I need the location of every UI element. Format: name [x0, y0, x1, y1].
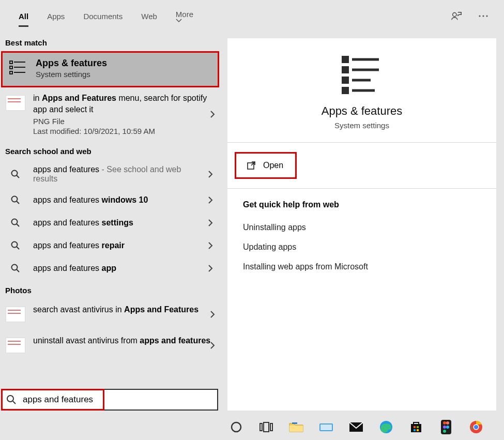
svg-line-19 — [17, 269, 19, 272]
figma-icon[interactable] — [437, 418, 455, 436]
svg-rect-41 — [411, 424, 421, 432]
photo-thumbnail-icon — [5, 335, 26, 356]
svg-rect-42 — [414, 426, 416, 428]
svg-point-14 — [12, 219, 18, 225]
web-suggestion[interactable]: apps and features repair — [0, 234, 220, 257]
photo-result[interactable]: uninstall avast antivirus from apps and … — [0, 330, 220, 361]
keyboard-icon[interactable] — [317, 418, 335, 436]
svg-rect-43 — [417, 426, 419, 428]
chevron-right-icon — [208, 264, 213, 272]
photo-result-title: uninstall avast antivirus from apps and … — [33, 335, 215, 346]
svg-point-31 — [232, 422, 241, 432]
suggestion-text: apps and features - See school and web r… — [33, 165, 215, 184]
store-icon[interactable] — [407, 418, 425, 436]
chevron-right-icon — [210, 341, 215, 350]
chevron-right-icon — [208, 170, 213, 178]
web-suggestion[interactable]: apps and features settings — [0, 211, 220, 234]
svg-rect-32 — [260, 423, 262, 431]
svg-point-48 — [446, 421, 449, 424]
search-icon — [5, 241, 26, 250]
web-suggestion[interactable]: apps and features - See school and web r… — [0, 160, 220, 189]
svg-rect-4 — [10, 61, 12, 64]
svg-point-47 — [443, 421, 446, 424]
photo-result[interactable]: search avast antivirus in Apps and Featu… — [0, 299, 220, 330]
search-icon — [5, 264, 26, 273]
tab-documents[interactable]: Documents — [74, 3, 132, 30]
search-filter-tabs: All Apps Documents Web More — [0, 0, 504, 32]
suggestion-text: apps and features settings — [33, 218, 215, 227]
png-thumbnail-icon — [5, 93, 26, 113]
suggestion-text: apps and features windows 10 — [33, 195, 215, 205]
file-result[interactable]: in Apps and Features menu, search for sp… — [0, 87, 220, 141]
help-link[interactable]: Installing web apps from Microsoft — [243, 257, 481, 277]
open-button[interactable]: Open — [235, 152, 297, 179]
chevron-right-icon — [210, 310, 215, 318]
tab-apps[interactable]: Apps — [38, 3, 74, 30]
photo-result-title: search avast antivirus in Apps and Featu… — [33, 304, 215, 315]
svg-rect-28 — [343, 88, 348, 93]
svg-line-15 — [17, 224, 19, 226]
svg-rect-26 — [343, 78, 348, 83]
help-heading: Get quick help from web — [243, 200, 481, 209]
search-icon — [5, 218, 26, 227]
search-results-panel: Best match Apps & features System settin… — [0, 32, 220, 414]
help-link[interactable]: Uninstalling apps — [243, 218, 481, 237]
more-options-icon[interactable] — [476, 9, 491, 23]
best-match-result[interactable]: Apps & features System settings — [1, 51, 219, 87]
tab-web[interactable]: Web — [132, 3, 166, 30]
svg-rect-6 — [10, 66, 12, 69]
chevron-right-icon — [208, 219, 213, 227]
tab-all[interactable]: All — [9, 3, 38, 30]
apps-features-large-icon — [339, 54, 385, 95]
web-suggestion[interactable]: apps and features windows 10 — [0, 189, 220, 211]
web-suggestion[interactable]: apps and features app — [0, 257, 220, 280]
section-school-web: Search school and web — [0, 141, 220, 160]
svg-rect-8 — [10, 71, 12, 74]
file-explorer-icon[interactable] — [287, 418, 305, 436]
tab-more[interactable]: More — [166, 1, 205, 32]
svg-point-16 — [12, 242, 18, 248]
svg-point-10 — [12, 171, 18, 176]
svg-point-18 — [12, 265, 18, 270]
cortana-icon[interactable] — [227, 418, 245, 436]
svg-rect-44 — [414, 429, 416, 431]
svg-line-11 — [17, 175, 19, 178]
file-result-modified: Last modified: 10/9/2021, 10:59 AM — [33, 127, 215, 135]
svg-rect-24 — [343, 67, 348, 72]
svg-rect-33 — [264, 422, 269, 432]
chrome-icon[interactable] — [467, 418, 485, 436]
task-view-icon[interactable] — [257, 418, 275, 436]
svg-rect-45 — [417, 429, 419, 431]
file-result-title: in Apps and Features menu, search for sp… — [33, 93, 215, 115]
result-detail-panel: Apps & features System settings Open Get… — [227, 38, 496, 411]
mail-icon[interactable] — [347, 418, 365, 436]
chevron-right-icon — [208, 241, 213, 250]
section-photos: Photos — [0, 280, 220, 299]
tab-more-label: More — [176, 10, 193, 19]
svg-point-12 — [12, 196, 18, 202]
best-match-subtitle: System settings — [36, 70, 107, 79]
section-best-match: Best match — [0, 32, 220, 51]
svg-line-17 — [17, 247, 19, 249]
detail-subtitle: System settings — [334, 121, 389, 130]
svg-point-50 — [446, 426, 449, 429]
svg-rect-22 — [343, 57, 348, 62]
edge-icon[interactable] — [377, 418, 395, 436]
svg-rect-38 — [320, 424, 332, 430]
search-input-container[interactable] — [1, 389, 218, 411]
svg-line-13 — [17, 201, 19, 204]
svg-point-20 — [7, 396, 13, 402]
detail-title: Apps & features — [322, 104, 403, 118]
open-label: Open — [263, 161, 283, 170]
chevron-right-icon — [210, 110, 215, 118]
feedback-icon[interactable] — [449, 9, 464, 23]
svg-line-21 — [13, 401, 16, 404]
help-link[interactable]: Updating apps — [243, 237, 481, 257]
search-icon — [6, 395, 17, 405]
taskbar — [220, 414, 504, 440]
suggestion-text: apps and features repair — [33, 241, 215, 250]
search-icon — [5, 170, 26, 179]
search-input[interactable] — [22, 394, 213, 405]
svg-point-51 — [443, 430, 446, 433]
file-result-type: PNG File — [33, 117, 215, 126]
